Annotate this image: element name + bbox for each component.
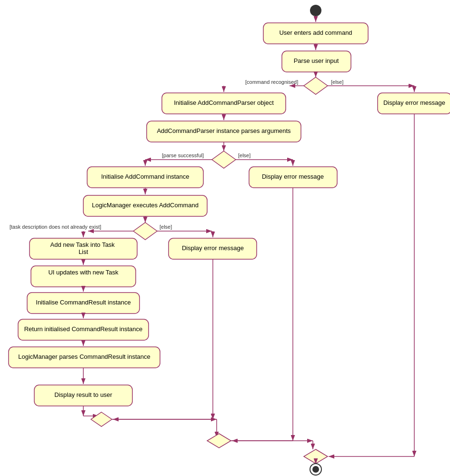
- lm-parses-label: LogicManager parses CommandResult instan…: [18, 353, 150, 360]
- merge3-diamond: [304, 449, 328, 464]
- activity-diagram: User enters add command Parse user input…: [0, 0, 450, 476]
- display-err1-label: Display error message: [383, 99, 445, 106]
- ui-updates-label: UI updates with new Task: [48, 269, 119, 276]
- label-else1: [else]: [331, 79, 343, 85]
- merge1-diamond: [91, 412, 112, 426]
- init-acparser-label: Initialise AddCommandParser object: [174, 99, 274, 106]
- lm-executes-label: LogicManager executes AddCommand: [92, 202, 199, 209]
- start-node: [310, 5, 321, 16]
- label-else2: [else]: [238, 152, 250, 158]
- display-result-label: Display result to user: [54, 391, 112, 398]
- display-err3-label: Display error message: [182, 244, 244, 252]
- user-enters-label: User enters add command: [279, 29, 352, 36]
- init-addcmd-label: Initialise AddCommand instance: [101, 173, 190, 180]
- decision1-diamond: [304, 77, 328, 94]
- init-cmdresult-label: Initialise CommandResult instance: [36, 299, 130, 306]
- parse-input-label: Parse user input: [294, 57, 339, 64]
- decision2-diamond: [212, 151, 236, 168]
- acparser-parses-label: AddCommandParser instance parses argumen…: [157, 127, 291, 134]
- merge2-diamond: [207, 434, 231, 448]
- label-cmd-recognised: [command recognised]: [245, 79, 298, 85]
- end-node-inner: [312, 466, 319, 473]
- label-parse-success: [parse successful]: [162, 152, 204, 158]
- label-else3: [else]: [160, 224, 172, 230]
- return-cmdresult-label: Return initialised CommandResult instanc…: [24, 325, 143, 333]
- label-task-notexist: [task description does not already exist…: [10, 224, 101, 230]
- decision3-diamond: [133, 223, 157, 240]
- display-err2-label: Display error message: [262, 173, 324, 180]
